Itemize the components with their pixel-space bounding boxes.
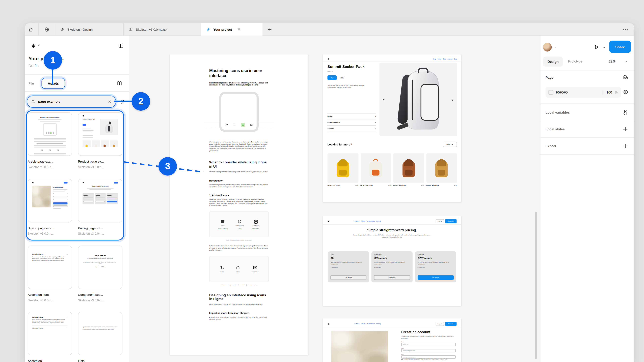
page-color-row[interactable]: F5F5F5 100 % (546, 87, 621, 98)
article-heading: 1) Abstract icons (209, 194, 269, 196)
filter-button[interactable] (118, 97, 127, 106)
local-variables-label: Local variables (546, 111, 570, 114)
tab-skeleton-v3[interactable]: Skeleton v3.0.0-next.4 (123, 23, 201, 36)
nav-link: About (438, 58, 442, 60)
inspector-panel: Share Design Prototype 22% Page F5F5F5 1… (540, 36, 634, 362)
page-color-value[interactable]: F5F5F5 (556, 90, 568, 94)
tab-design[interactable]: Design (543, 57, 563, 67)
icon-label: MESSAGES (252, 271, 258, 273)
asset-signin-page[interactable]: Create an account Sign in page e (28, 179, 72, 236)
chevron-down-icon[interactable] (554, 45, 558, 49)
tab-label: Your project (214, 27, 232, 31)
canvas-scrollbar[interactable] (535, 212, 537, 359)
related-products: Carhartt WIP Kickflip$230 Carhartt WIP K… (328, 153, 457, 186)
thumb-title: Create an account (53, 187, 68, 188)
canvas[interactable]: Mastering icons use in user interface Le… (129, 36, 540, 362)
sliders-icon[interactable] (622, 109, 629, 116)
pen-nib-icon (60, 27, 65, 32)
terms-text: Creating account means you're okay with … (404, 358, 447, 360)
styles-library-icon[interactable] (622, 74, 629, 81)
share-label: Share (615, 44, 625, 49)
account-heading: Create an account (401, 330, 430, 334)
asset-article-page[interactable]: Mastering icons use in user interface (28, 112, 72, 169)
chevron-down-icon[interactable] (602, 45, 606, 49)
figma-app: Skeleton - Design Skeleton v3.0.0-next.4… (0, 0, 644, 362)
present-button[interactable] (592, 42, 601, 52)
asset-thumbnail: Id maxime optio soluta placeat ea eaque … (78, 312, 122, 355)
asset-component-section[interactable]: Page header Provides a robust set of non… (78, 246, 122, 302)
more-menu-button[interactable] (620, 25, 630, 34)
tab-prototype[interactable]: Prototype (568, 59, 582, 63)
article-hero-illustration (209, 92, 269, 135)
opacity-value[interactable]: 100 (602, 90, 612, 94)
frame-article-page[interactable]: Mastering icons use in user interface Le… (170, 54, 308, 355)
frame-signin-page[interactable]: Features Gallery Testimonials Pricing Lo… (323, 319, 461, 362)
step-badge-1: 1 (44, 51, 62, 69)
logo-asterisk-icon (328, 220, 330, 222)
share-button[interactable]: Share (609, 41, 631, 53)
more-icon (622, 26, 628, 32)
thumb-title: Accordion control (32, 327, 43, 329)
asset-library: Skeleton v3.0.0-n... (28, 298, 72, 302)
library-button[interactable] (115, 79, 124, 88)
icon-sublabel: (THREE LINES) (218, 228, 228, 229)
icon-label: LOCK (236, 271, 240, 273)
export-label: Export (546, 144, 556, 148)
article-paragraph: The most non-negotiable tips for designi… (209, 171, 269, 173)
nav-link: Shop (433, 58, 436, 60)
tab-skeleton-design[interactable]: Skeleton - Design (55, 23, 124, 36)
get-started-button: Get started (445, 219, 457, 223)
frame-product-page[interactable]: Shop About Blog Account Bag Summit Seeke… (323, 54, 461, 202)
plus-icon (267, 27, 272, 32)
search-value: page example (38, 100, 60, 104)
article-paragraph: When selecting icons for your interface,… (209, 184, 269, 188)
css-link: CSS ↗ (101, 267, 105, 268)
add-export-icon[interactable] (622, 142, 629, 150)
article-heading: What to consider while using icons in UI (209, 160, 269, 169)
asset-accordion[interactable]: Accordion control– Lorem ipsum dolor, si… (28, 312, 72, 362)
representative-icons-figure: PHONE LOCK MESSAGES (209, 256, 269, 282)
thumb-sub: Provides a robust set of non-interactive… (86, 258, 114, 259)
icon-label: SETTINGS (252, 225, 259, 227)
search-input[interactable]: page example (27, 95, 116, 108)
login-button: Log in (436, 219, 444, 223)
tab-assets[interactable]: Assets (42, 78, 65, 89)
phone-icon (220, 265, 224, 270)
new-tab-button[interactable] (265, 25, 274, 34)
close-icon[interactable] (236, 27, 242, 32)
asset-name: Lists (78, 359, 122, 362)
asset-lists[interactable]: Id maxime optio soluta placeat ea eaque … (78, 312, 122, 362)
home-button[interactable] (26, 25, 35, 34)
nav-link: Gallery (361, 323, 366, 325)
panel-toggle-button[interactable] (116, 41, 126, 50)
article-paragraph: Figma makes it easy to design with icons… (209, 304, 269, 306)
tab-your-project[interactable]: Your project (201, 23, 263, 36)
asset-name: Accordion item (28, 293, 72, 297)
asset-library: Skeleton v3.0.0-n... (78, 232, 122, 236)
lock-icon (236, 265, 240, 270)
article-title: Mastering icons use in user interface (209, 68, 269, 78)
frame-pricing-page[interactable]: Features Gallery Testimonials Pricing Lo… (323, 216, 461, 306)
nav-link: Pricing (376, 220, 380, 222)
avatar[interactable] (543, 43, 552, 52)
thumb-title: Simple straightforward pricing. (83, 185, 118, 187)
clear-search-icon[interactable] (107, 99, 112, 104)
asset-pricing-page[interactable]: Simple straightforward pricing. Pricing … (78, 179, 122, 236)
add-style-icon[interactable] (622, 126, 629, 133)
checkbox-icon (401, 359, 403, 360)
zoom-level[interactable]: 22% (609, 59, 616, 63)
product-price: $120 (340, 77, 344, 79)
chevron-down-icon[interactable] (36, 43, 41, 47)
tab-file[interactable]: File (28, 82, 34, 86)
chevron-down-icon[interactable] (624, 60, 628, 64)
feather-icon (225, 123, 228, 127)
asset-library: Skeleton v3.0.0-n... (78, 165, 122, 169)
eye-icon[interactable] (622, 88, 629, 96)
nav-link: Account (448, 58, 452, 60)
color-swatch[interactable] (548, 90, 553, 94)
asset-product-page[interactable]: ⎯ ⎯ ⎯ ⎯ Summit Seeker Pack (78, 112, 122, 169)
asset-accordion-item[interactable]: Accordion control– Lorem ipsum dolor, si… (28, 246, 72, 302)
docs-link: Docs ↗ (96, 267, 99, 268)
product-accordion: Details+ Payment options+ Shipping+ (328, 113, 376, 132)
community-button[interactable] (42, 25, 51, 34)
